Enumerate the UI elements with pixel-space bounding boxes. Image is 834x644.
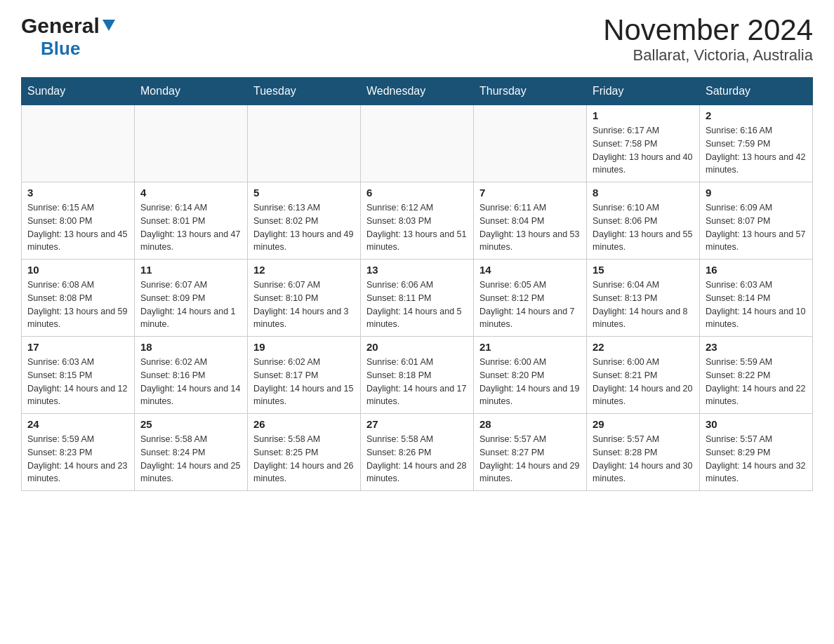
day-number: 7: [479, 187, 581, 199]
day-info: Sunrise: 5:57 AMSunset: 8:29 PMDaylight:…: [706, 433, 807, 485]
day-number: 28: [479, 418, 581, 430]
calendar-day-cell: 30Sunrise: 5:57 AMSunset: 8:29 PMDayligh…: [700, 414, 813, 491]
day-number: 25: [140, 418, 241, 430]
calendar-day-cell: [361, 105, 474, 182]
calendar-day-cell: 18Sunrise: 6:02 AMSunset: 8:16 PMDayligh…: [135, 337, 248, 414]
day-info: Sunrise: 6:17 AMSunset: 7:58 PMDaylight:…: [593, 124, 694, 177]
day-info: Sunrise: 6:09 AMSunset: 8:07 PMDaylight:…: [706, 201, 807, 254]
day-info: Sunrise: 6:07 AMSunset: 8:09 PMDaylight:…: [140, 279, 241, 331]
day-number: 27: [366, 418, 468, 430]
day-info: Sunrise: 5:59 AMSunset: 8:22 PMDaylight:…: [706, 356, 807, 408]
day-info: Sunrise: 6:10 AMSunset: 8:06 PMDaylight:…: [593, 201, 694, 254]
calendar-day-cell: 19Sunrise: 6:02 AMSunset: 8:17 PMDayligh…: [248, 337, 361, 414]
calendar-day-cell: 15Sunrise: 6:04 AMSunset: 8:13 PMDayligh…: [587, 260, 700, 337]
calendar-day-cell: 24Sunrise: 5:59 AMSunset: 8:23 PMDayligh…: [22, 414, 135, 491]
calendar-week-row: 3Sunrise: 6:15 AMSunset: 8:00 PMDaylight…: [22, 182, 813, 260]
svg-marker-0: [102, 20, 115, 31]
logo-triangle-icon: [101, 17, 117, 32]
day-of-week-header: Monday: [135, 78, 248, 105]
day-of-week-header: Friday: [587, 78, 700, 105]
calendar-title: November 2024: [603, 14, 813, 46]
calendar-day-cell: 12Sunrise: 6:07 AMSunset: 8:10 PMDayligh…: [248, 260, 361, 337]
day-of-week-header: Sunday: [22, 78, 135, 105]
calendar-day-cell: 13Sunrise: 6:06 AMSunset: 8:11 PMDayligh…: [361, 260, 474, 337]
calendar-day-cell: 1Sunrise: 6:17 AMSunset: 7:58 PMDaylight…: [587, 105, 700, 182]
day-info: Sunrise: 5:57 AMSunset: 8:28 PMDaylight:…: [593, 433, 694, 485]
day-info: Sunrise: 6:05 AMSunset: 8:12 PMDaylight:…: [479, 279, 581, 331]
day-number: 2: [706, 109, 807, 121]
day-number: 30: [706, 418, 807, 430]
calendar-day-cell: 17Sunrise: 6:03 AMSunset: 8:15 PMDayligh…: [22, 337, 135, 414]
day-number: 3: [27, 187, 128, 199]
logo: General Blue: [21, 14, 117, 60]
day-number: 6: [366, 187, 468, 199]
day-info: Sunrise: 6:00 AMSunset: 8:20 PMDaylight:…: [479, 356, 581, 408]
day-info: Sunrise: 5:57 AMSunset: 8:27 PMDaylight:…: [479, 433, 581, 485]
calendar-body: 1Sunrise: 6:17 AMSunset: 7:58 PMDaylight…: [22, 105, 813, 491]
calendar-day-cell: 23Sunrise: 5:59 AMSunset: 8:22 PMDayligh…: [700, 337, 813, 414]
calendar-day-cell: 29Sunrise: 5:57 AMSunset: 8:28 PMDayligh…: [587, 414, 700, 491]
day-info: Sunrise: 6:08 AMSunset: 8:08 PMDaylight:…: [27, 279, 128, 331]
calendar-day-cell: 28Sunrise: 5:57 AMSunset: 8:27 PMDayligh…: [474, 414, 587, 491]
day-number: 21: [479, 341, 581, 353]
day-info: Sunrise: 6:01 AMSunset: 8:18 PMDaylight:…: [366, 356, 468, 408]
day-info: Sunrise: 6:02 AMSunset: 8:17 PMDaylight:…: [253, 356, 355, 408]
day-number: 16: [706, 264, 807, 276]
calendar-day-cell: 9Sunrise: 6:09 AMSunset: 8:07 PMDaylight…: [700, 182, 813, 260]
calendar-week-row: 17Sunrise: 6:03 AMSunset: 8:15 PMDayligh…: [22, 337, 813, 414]
calendar-day-cell: 4Sunrise: 6:14 AMSunset: 8:01 PMDaylight…: [135, 182, 248, 260]
day-info: Sunrise: 6:07 AMSunset: 8:10 PMDaylight:…: [253, 279, 355, 331]
calendar-subtitle: Ballarat, Victoria, Australia: [603, 46, 813, 65]
day-number: 22: [593, 341, 694, 353]
day-number: 5: [253, 187, 355, 199]
calendar-day-cell: 11Sunrise: 6:07 AMSunset: 8:09 PMDayligh…: [135, 260, 248, 337]
day-number: 9: [706, 187, 807, 199]
header-row: SundayMondayTuesdayWednesdayThursdayFrid…: [22, 78, 813, 105]
calendar-day-cell: [248, 105, 361, 182]
day-number: 8: [593, 187, 694, 199]
calendar-header: SundayMondayTuesdayWednesdayThursdayFrid…: [22, 78, 813, 105]
day-of-week-header: Saturday: [700, 78, 813, 105]
calendar-day-cell: 16Sunrise: 6:03 AMSunset: 8:14 PMDayligh…: [700, 260, 813, 337]
day-info: Sunrise: 6:03 AMSunset: 8:14 PMDaylight:…: [706, 279, 807, 331]
day-number: 14: [479, 264, 581, 276]
calendar-day-cell: 8Sunrise: 6:10 AMSunset: 8:06 PMDaylight…: [587, 182, 700, 260]
day-number: 12: [253, 264, 355, 276]
calendar-day-cell: [135, 105, 248, 182]
calendar-day-cell: [474, 105, 587, 182]
day-number: 1: [593, 109, 694, 121]
day-of-week-header: Wednesday: [361, 78, 474, 105]
day-info: Sunrise: 6:04 AMSunset: 8:13 PMDaylight:…: [593, 279, 694, 331]
logo-general-text: General: [21, 14, 100, 38]
calendar-day-cell: 22Sunrise: 6:00 AMSunset: 8:21 PMDayligh…: [587, 337, 700, 414]
day-info: Sunrise: 6:15 AMSunset: 8:00 PMDaylight:…: [27, 201, 128, 254]
day-number: 17: [27, 341, 128, 353]
calendar-day-cell: 27Sunrise: 5:58 AMSunset: 8:26 PMDayligh…: [361, 414, 474, 491]
day-info: Sunrise: 6:16 AMSunset: 7:59 PMDaylight:…: [706, 124, 807, 177]
calendar-day-cell: 10Sunrise: 6:08 AMSunset: 8:08 PMDayligh…: [22, 260, 135, 337]
day-info: Sunrise: 5:58 AMSunset: 8:26 PMDaylight:…: [366, 433, 468, 485]
day-info: Sunrise: 6:02 AMSunset: 8:16 PMDaylight:…: [140, 356, 241, 408]
calendar-week-row: 1Sunrise: 6:17 AMSunset: 7:58 PMDaylight…: [22, 105, 813, 182]
day-number: 15: [593, 264, 694, 276]
calendar-day-cell: 25Sunrise: 5:58 AMSunset: 8:24 PMDayligh…: [135, 414, 248, 491]
page-header: General Blue November 2024 Ballarat, Vic…: [21, 14, 813, 65]
calendar-table: SundayMondayTuesdayWednesdayThursdayFrid…: [21, 77, 813, 491]
day-number: 26: [253, 418, 355, 430]
day-number: 24: [27, 418, 128, 430]
day-info: Sunrise: 5:58 AMSunset: 8:24 PMDaylight:…: [140, 433, 241, 485]
day-number: 18: [140, 341, 241, 353]
day-of-week-header: Tuesday: [248, 78, 361, 105]
day-info: Sunrise: 6:03 AMSunset: 8:15 PMDaylight:…: [27, 356, 128, 408]
day-number: 4: [140, 187, 241, 199]
day-number: 11: [140, 264, 241, 276]
day-number: 13: [366, 264, 468, 276]
calendar-week-row: 24Sunrise: 5:59 AMSunset: 8:23 PMDayligh…: [22, 414, 813, 491]
calendar-day-cell: 21Sunrise: 6:00 AMSunset: 8:20 PMDayligh…: [474, 337, 587, 414]
day-number: 29: [593, 418, 694, 430]
calendar-day-cell: 6Sunrise: 6:12 AMSunset: 8:03 PMDaylight…: [361, 182, 474, 260]
calendar-day-cell: [22, 105, 135, 182]
title-block: November 2024 Ballarat, Victoria, Austra…: [603, 14, 813, 65]
logo-blue-text: Blue: [41, 38, 80, 59]
calendar-day-cell: 26Sunrise: 5:58 AMSunset: 8:25 PMDayligh…: [248, 414, 361, 491]
